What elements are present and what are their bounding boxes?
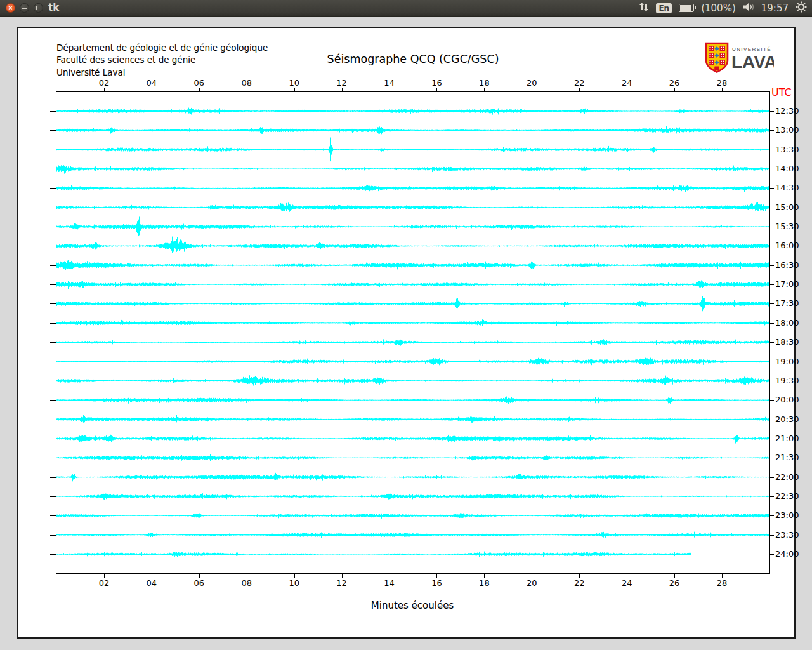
x-axis-tick-bottom: [674, 574, 675, 578]
universite-laval-logo: UNIVERSITÉ LAVAL: [704, 42, 774, 74]
trace-tick-right: [770, 381, 774, 381]
keyboard-layout-indicator[interactable]: En: [656, 3, 672, 13]
x-axis-tick-bottom: [247, 574, 247, 578]
close-icon: ×: [8, 4, 12, 11]
trace-tick-right: [770, 400, 774, 401]
trace-utc-label: 15:00: [775, 202, 799, 213]
x-axis-label-top: 10: [289, 79, 299, 88]
trace-tick-right: [770, 303, 774, 304]
trace-utc-label: 17:30: [775, 298, 799, 308]
trace-tick-left: [50, 111, 56, 112]
trace-tick-left: [50, 400, 56, 401]
trace-tick-left: [50, 208, 56, 208]
maximize-button[interactable]: [34, 3, 43, 13]
trace-tick-right: [770, 284, 774, 285]
x-axis-label-top: 12: [336, 79, 347, 88]
trace-tick-left: [50, 420, 56, 420]
trace-tick-left: [50, 169, 56, 169]
x-axis-label-bottom: 18: [479, 579, 490, 588]
x-axis-label-bottom: 04: [147, 579, 157, 588]
trace-utc-label: 21:30: [775, 453, 799, 463]
trace-tick-right: [770, 111, 774, 112]
x-axis-tick-top: [436, 88, 437, 92]
x-axis-label-top: 06: [194, 79, 205, 88]
x-axis-tick-top: [532, 88, 532, 92]
battery-icon[interactable]: [679, 4, 694, 12]
system-tray: En (100%) 19:57: [639, 0, 807, 16]
header-line-2: Faculté des sciences et de génie: [56, 55, 195, 65]
trace-tick-left: [50, 265, 56, 266]
x-axis-tick-top: [627, 88, 627, 92]
trace-utc-label: 16:30: [775, 260, 799, 270]
window-title: tk: [48, 2, 59, 13]
x-axis-tick-bottom: [294, 574, 295, 578]
x-axis-tick-bottom: [722, 574, 723, 578]
trace-tick-right: [770, 323, 774, 324]
institution-header: Département de géologie et de génie géol…: [56, 42, 268, 79]
x-axis-label-top: 24: [622, 79, 632, 88]
trace-tick-left: [50, 554, 56, 555]
utc-axis-title: UTC: [771, 86, 792, 98]
x-axis-tick-top: [484, 88, 485, 92]
trace-utc-label: 14:30: [775, 183, 799, 193]
x-axis-label-bottom: 12: [336, 579, 347, 588]
x-axis-label-top: 08: [241, 79, 252, 88]
x-axis-label-top: 26: [669, 79, 680, 88]
trace-tick-right: [770, 458, 774, 458]
trace-tick-right: [770, 130, 774, 131]
x-axis-label-top: 14: [384, 79, 395, 88]
trace-utc-label: 22:30: [775, 491, 799, 501]
trace-tick-left: [50, 323, 56, 324]
x-axis-label-bottom: 06: [194, 579, 205, 588]
seismogram-plot: [56, 91, 770, 574]
trace-utc-label: 21:00: [775, 434, 799, 444]
trace-utc-label: 24:00: [775, 549, 799, 559]
x-axis-label-bottom: 20: [527, 579, 537, 588]
trace-utc-label: 23:30: [775, 530, 799, 540]
desktop: × tk En (100%): [0, 0, 812, 650]
x-axis-tick-top: [294, 88, 295, 92]
logo-text-universite: UNIVERSITÉ: [732, 46, 771, 52]
x-axis-tick-top: [104, 88, 105, 92]
settings-gear-icon[interactable]: [796, 1, 807, 15]
x-axis-label-bottom: 24: [622, 579, 632, 588]
trace-utc-label: 13:00: [775, 125, 799, 135]
trace-tick-left: [50, 284, 56, 285]
trace-tick-right: [770, 342, 774, 343]
trace-utc-label: 19:00: [775, 357, 799, 367]
x-axis-tick-bottom: [390, 574, 390, 578]
volume-icon[interactable]: [743, 2, 754, 15]
trace-tick-left: [50, 130, 56, 131]
trace-utc-label: 18:30: [775, 337, 799, 347]
x-axis-label-top: 04: [147, 79, 157, 88]
trace-tick-right: [770, 208, 774, 208]
x-axis-tick-bottom: [579, 574, 580, 578]
trace-tick-right: [770, 496, 774, 497]
clock[interactable]: 19:57: [761, 3, 789, 14]
trace-tick-right: [770, 188, 774, 189]
trace-tick-right: [770, 420, 774, 420]
x-axis-tick-bottom: [627, 574, 627, 578]
top-panel: × tk En (100%): [0, 0, 812, 17]
trace-tick-left: [50, 515, 56, 516]
trace-tick-right: [770, 150, 774, 150]
battery-nub: [695, 6, 696, 9]
battery-percentage[interactable]: (100%): [701, 3, 736, 14]
logo-text-laval: LAVAL: [731, 52, 774, 72]
x-axis-tick-top: [342, 88, 343, 92]
x-axis-label-top: 02: [99, 79, 110, 88]
trace-tick-left: [50, 381, 56, 381]
trace-tick-left: [50, 227, 56, 227]
trace-tick-left: [50, 303, 56, 304]
x-axis-tick-top: [199, 88, 200, 92]
x-axis-tick-top: [152, 88, 152, 92]
network-arrows-icon[interactable]: [639, 2, 649, 15]
trace-tick-left: [50, 458, 56, 458]
trace-utc-label: 23:00: [775, 510, 799, 521]
close-button[interactable]: ×: [6, 3, 15, 13]
trace-utc-label: 14:00: [775, 164, 799, 174]
x-axis-label-top: 20: [527, 79, 537, 88]
x-axis-tick-top: [247, 88, 247, 92]
minimize-button[interactable]: [20, 3, 29, 13]
x-axis-label-top: 28: [717, 79, 728, 88]
